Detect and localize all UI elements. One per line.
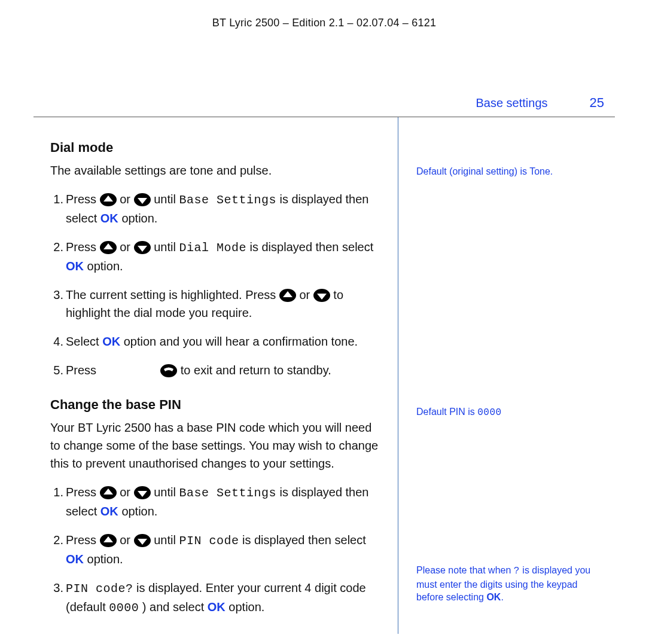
step-number: 2.: [47, 238, 63, 256]
up-arrow-icon: [100, 534, 117, 547]
content-columns: Dial mode The available settings are ton…: [33, 117, 615, 634]
step-text: until: [154, 193, 179, 206]
hangup-icon: [160, 364, 177, 377]
section-title: Base settings: [476, 96, 547, 110]
step-text: to exit and return to standby.: [181, 364, 331, 377]
step-text: Select: [66, 335, 102, 348]
step: 2. Press or until Dial Mode is displayed…: [50, 238, 382, 275]
lcd-text: PIN code?: [66, 582, 133, 596]
down-arrow-icon: [134, 486, 151, 499]
lcd-text: 0000: [109, 601, 139, 615]
change-pin-intro: Your BT Lyric 2500 has a base PIN code w…: [50, 419, 382, 472]
step-text: option.: [228, 600, 264, 614]
step-text: Press: [66, 364, 100, 377]
step-number: 4.: [47, 332, 63, 350]
lcd-text: Dial Mode: [179, 241, 246, 255]
step-text: Press: [66, 240, 100, 254]
step-number: 1.: [47, 483, 63, 501]
lcd-text: ?: [514, 566, 520, 576]
step-text: Press: [66, 533, 100, 547]
up-arrow-icon: [100, 193, 117, 206]
step-number: 2.: [47, 531, 63, 549]
step: 3. PIN code? is displayed. Enter your cu…: [50, 579, 382, 617]
up-arrow-icon: [100, 241, 117, 254]
step: 1. Press or until Base Settings is displ…: [50, 483, 382, 520]
step-text: or: [120, 193, 133, 206]
side-note-default-tone: Default (original setting) is Tone.: [416, 165, 603, 178]
step-text: or: [299, 288, 313, 301]
step-text: or: [120, 486, 133, 499]
down-arrow-icon: [134, 241, 151, 254]
step-number: 5.: [47, 361, 63, 379]
side-text: .: [501, 592, 503, 602]
down-arrow-icon: [134, 193, 151, 206]
side-text: Default PIN is: [416, 407, 477, 417]
page-header: Base settings 25: [33, 95, 615, 111]
step-text: option.: [121, 505, 157, 518]
heading-change-pin: Change the base PIN: [50, 397, 382, 413]
side-note-pin-prompt: Please note that when ? is displayed you…: [416, 564, 603, 604]
step-text: until: [154, 533, 179, 547]
manual-page: BT Lyric 2500 – Edition 2.1 – 02.07.04 –…: [0, 0, 646, 644]
step-number: 1.: [47, 190, 63, 208]
step-number: 3.: [47, 286, 63, 304]
side-note-default-pin: Default PIN is 0000: [416, 405, 603, 420]
step: 3. The current setting is highlighted. P…: [50, 286, 382, 322]
ok-label: OK: [486, 592, 501, 602]
step-text: option.: [87, 260, 123, 273]
step-text: until: [154, 486, 179, 499]
ok-label: OK: [208, 600, 226, 614]
dial-mode-intro: The available settings are tone and puls…: [50, 161, 382, 179]
down-arrow-icon: [134, 534, 151, 547]
step-text: Press: [66, 193, 100, 206]
up-arrow-icon: [279, 289, 296, 302]
lcd-text: Base Settings: [179, 193, 276, 207]
step-text: option.: [87, 553, 123, 566]
step-text: option.: [121, 212, 157, 225]
step: 1. Press or until Base Settings is displ…: [50, 190, 382, 227]
document-header: BT Lyric 2500 – Edition 2.1 – 02.07.04 –…: [33, 17, 615, 29]
step-text: is displayed then select: [242, 533, 366, 547]
ok-label: OK: [100, 505, 118, 518]
step: 4. Select OK option and you will hear a …: [50, 332, 382, 350]
down-arrow-icon: [313, 289, 330, 302]
ok-label: OK: [66, 553, 84, 566]
step: 5. Press to exit and return to standby.: [50, 361, 382, 379]
step-text: or: [120, 240, 133, 254]
step-number: 3.: [47, 579, 63, 597]
ok-label: OK: [100, 212, 118, 225]
step-text: ) and select: [142, 600, 208, 614]
heading-dial-mode: Dial mode: [50, 140, 382, 155]
step-text: Press: [66, 486, 100, 499]
step-text: is displayed then select: [250, 240, 374, 254]
step-text: The current setting is highlighted. Pres…: [66, 288, 279, 301]
change-pin-steps: 1. Press or until Base Settings is displ…: [50, 483, 382, 617]
side-column: Default (original setting) is Tone. Defa…: [398, 117, 615, 634]
page-number: 25: [590, 95, 604, 111]
lcd-text: Base Settings: [179, 486, 276, 500]
ok-label: OK: [66, 260, 84, 273]
main-column: Dial mode The available settings are ton…: [33, 117, 398, 634]
step-text: until: [154, 240, 179, 254]
lcd-text: 0000: [477, 407, 501, 418]
step-text: or: [120, 533, 133, 547]
step: 2. Press or until PIN code is displayed …: [50, 531, 382, 568]
up-arrow-icon: [100, 486, 117, 499]
step-text: option and you will hear a confirmation …: [124, 335, 358, 348]
ok-label: OK: [102, 335, 120, 348]
dial-mode-steps: 1. Press or until Base Settings is displ…: [50, 190, 382, 379]
lcd-text: PIN code: [179, 534, 239, 548]
side-text: Please note that when: [416, 565, 514, 575]
